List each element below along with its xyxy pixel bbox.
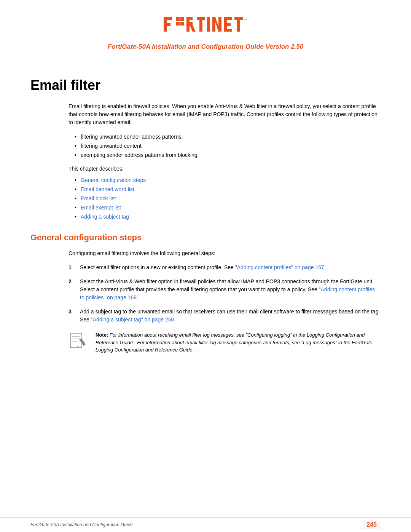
section-heading: General configuration steps xyxy=(30,233,381,243)
step-3-number: 3 xyxy=(68,308,80,324)
svg-text:™: ™ xyxy=(244,18,247,22)
numbered-steps-list: 1 Select email filter options in a new o… xyxy=(68,264,381,324)
svg-rect-21 xyxy=(237,17,240,32)
bullet-item-3: exempting sender address patterns from b… xyxy=(76,151,381,160)
step-1-link[interactable]: "Adding content profiles" on page 167 xyxy=(235,264,324,270)
logo-container: ™ xyxy=(0,15,411,39)
step-3-link[interactable]: "Adding a subject tag" on page 250 xyxy=(91,316,174,323)
footer-left-text: FortiGate-50A Installation and Configura… xyxy=(30,522,133,527)
bullet-item-1: filtering unwanted sender address patter… xyxy=(76,133,381,142)
note-box: Note: For information about receiving em… xyxy=(68,331,381,354)
toc-link-exempt-list[interactable]: Email exempt list xyxy=(81,204,121,211)
svg-rect-2 xyxy=(164,23,170,26)
step-1-number: 1 xyxy=(68,264,80,272)
toc-link-subject-tag[interactable]: Adding a subject tag xyxy=(81,214,129,220)
page-container: ™ FortiGate-50A Installation and Configu… xyxy=(0,0,411,532)
svg-rect-1 xyxy=(164,17,172,20)
intro-paragraph: Email filtering is enabled in firewall p… xyxy=(68,102,381,126)
fortinet-logo-icon: ™ xyxy=(164,15,247,38)
section-intro-text: Configuring email filtering involves the… xyxy=(68,249,381,257)
svg-rect-19 xyxy=(224,29,232,32)
step-2: 2 Select the Anti-Virus & Web filter opt… xyxy=(68,278,381,302)
page-footer: FortiGate-50A Installation and Configura… xyxy=(0,517,411,532)
chapter-describes-label: This chapter describes: xyxy=(68,165,381,173)
step-3-text: Add a subject tag to the unwanted email … xyxy=(80,308,381,324)
note-content: Note: For information about receiving em… xyxy=(96,331,381,354)
page-number: 245 xyxy=(363,521,381,529)
toc-link-list: General configuration steps Email banned… xyxy=(76,176,381,221)
svg-rect-18 xyxy=(224,23,231,26)
svg-marker-28 xyxy=(77,346,79,347)
svg-rect-12 xyxy=(199,17,202,32)
step-1-text: Select email filter options in a new or … xyxy=(80,264,381,272)
step-1: 1 Select email filter options in a new o… xyxy=(68,264,381,272)
toc-item-3: Email block list xyxy=(76,194,381,203)
svg-marker-10 xyxy=(190,25,196,32)
svg-rect-5 xyxy=(176,22,180,26)
toc-item-2: Email banned word list xyxy=(76,185,381,194)
toc-item-4: Email exempt list xyxy=(76,203,381,212)
header: ™ FortiGate-50A Installation and Configu… xyxy=(0,0,411,58)
subtitle-text: FortiGate-50A Installation and Configura… xyxy=(0,43,411,51)
protection-bullet-list: filtering unwanted sender address patter… xyxy=(76,133,381,160)
toc-link-general-config[interactable]: General configuration steps xyxy=(81,177,146,183)
main-content: Email filter Email filtering is enabled … xyxy=(0,58,411,377)
note-icon xyxy=(68,331,89,351)
svg-rect-8 xyxy=(186,17,193,20)
step-2-number: 2 xyxy=(68,278,80,302)
svg-rect-9 xyxy=(186,22,193,25)
svg-rect-27 xyxy=(79,338,86,346)
svg-rect-3 xyxy=(176,17,180,21)
bullet-item-2: filtering unwanted content, xyxy=(76,142,381,151)
step-2-text: Select the Anti-Virus & Web filter optio… xyxy=(80,278,381,302)
toc-item-5: Adding a subject tag xyxy=(76,212,381,222)
svg-rect-13 xyxy=(207,17,210,32)
step-3: 3 Add a subject tag to the unwanted emai… xyxy=(68,308,381,324)
svg-rect-6 xyxy=(180,22,184,26)
chapter-title: Email filter xyxy=(30,77,381,93)
toc-link-block-list[interactable]: Email block list xyxy=(81,195,116,201)
toc-link-banned-word[interactable]: Email banned word list xyxy=(81,186,134,192)
note-bold-label: Note: xyxy=(96,332,108,338)
toc-item-1: General configuration steps xyxy=(76,176,381,185)
note-pencil-icon xyxy=(68,331,88,350)
svg-rect-17 xyxy=(224,17,232,20)
svg-rect-4 xyxy=(180,17,184,21)
